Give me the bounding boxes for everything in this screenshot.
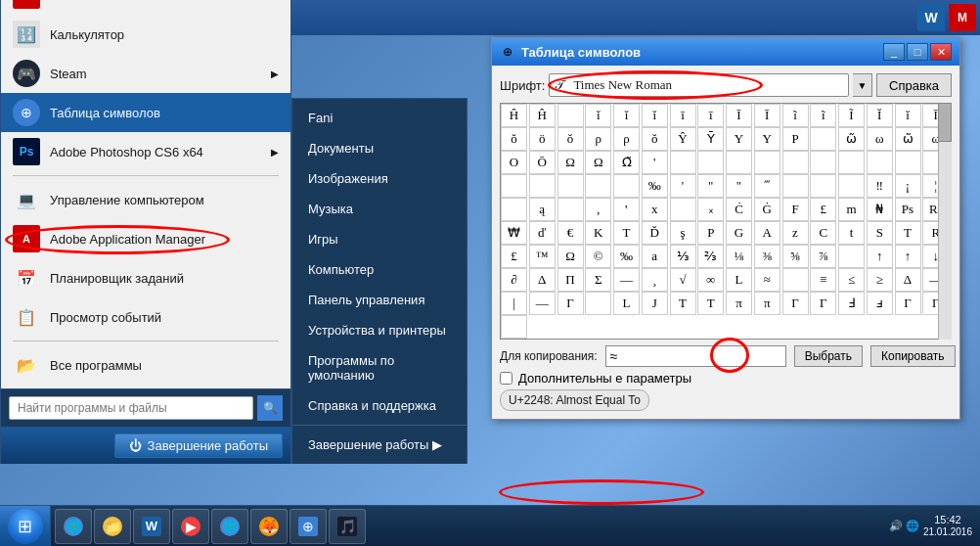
char-cell[interactable] [585,174,611,198]
char-cell[interactable] [529,174,556,198]
char-cell[interactable] [697,151,724,174]
char-cell[interactable] [670,151,696,174]
submenu-control-panel[interactable]: Панель управления [292,285,467,315]
char-cell[interactable]: ₦ [867,198,893,221]
char-cell[interactable]: " [726,174,752,198]
taskbar-media[interactable]: 🎵 [329,509,366,544]
char-cell[interactable] [810,174,836,198]
char-cell[interactable]: z [782,221,809,245]
char-cell[interactable]: t [838,221,865,245]
font-input[interactable] [549,73,849,97]
taskbar-player[interactable]: ▶ [172,509,209,544]
char-cell[interactable]: Y [754,127,780,151]
char-cell[interactable]: P [697,221,724,245]
char-cell[interactable]: ď [529,221,556,245]
char-cell[interactable] [613,174,640,198]
char-cell[interactable]: ĭ [642,104,668,127]
menu-item-calc[interactable]: 🔢 Калькулятор [1,15,290,54]
char-cell[interactable]: ī [670,104,696,127]
char-cell[interactable]: Ĩ [838,104,865,127]
char-cell[interactable]: π [726,292,752,315]
char-cell[interactable]: A [754,221,780,245]
taskbar-word[interactable]: W [133,509,170,544]
char-cell[interactable]: P [782,127,809,151]
char-cell[interactable]: ₩ [501,221,527,245]
char-cell[interactable]: ŏ [642,127,668,151]
char-cell[interactable]: ĭ [613,104,640,127]
char-cell[interactable] [838,174,865,198]
char-cell[interactable]: ą [529,198,556,221]
char-cell[interactable]: Y [726,127,752,151]
taskbar-chrome[interactable]: 🌐 [55,509,92,544]
char-cell[interactable]: ↑ [895,245,921,268]
char-cell[interactable]: Γ [810,292,836,315]
char-cell[interactable]: ĭ [895,104,921,127]
char-cell[interactable]: ™ [529,245,556,268]
char-cell[interactable]: Ġ [754,198,780,221]
char-cell[interactable]: ≤ [838,268,865,292]
char-cell[interactable]: Ĥ [529,104,556,127]
char-cell[interactable]: ¸ [642,268,668,292]
char-cell[interactable]: ω [867,127,893,151]
search-button[interactable]: 🔍 [257,395,283,421]
char-cell[interactable]: Π [557,268,584,292]
menu-item-adobe-am[interactable]: A Adobe Application Manager [1,219,290,258]
char-cell[interactable] [726,151,752,174]
char-cell[interactable]: ī [697,104,724,127]
menu-item-charmap[interactable]: ⊕ Таблица символов [1,93,290,132]
taskbar-firefox[interactable]: 🦊 [250,509,288,544]
char-cell[interactable]: Δ [895,268,921,292]
char-cell[interactable]: m [838,198,865,221]
char-cell[interactable]: C [810,221,836,245]
copy-input[interactable] [605,345,786,367]
char-cell[interactable]: € [557,221,584,245]
top-word-icon[interactable]: W [917,4,945,31]
char-cell[interactable]: ö [529,127,556,151]
char-cell[interactable]: T [697,292,724,315]
char-cell[interactable] [501,174,527,198]
all-programs-item[interactable]: 📂 Все программы [1,345,290,385]
char-cell[interactable] [754,151,780,174]
char-cell[interactable]: Ω [557,245,584,268]
close-button[interactable]: ✕ [930,43,952,61]
char-cell[interactable]: K [585,221,611,245]
menu-item-eventview[interactable]: 📋 Просмотр событий [1,297,290,337]
char-cell[interactable]: Ī [754,104,780,127]
char-cell[interactable]: — [613,268,640,292]
top-marvel-icon[interactable]: M [949,4,976,31]
menu-item-steam[interactable]: 🎮 Steam ▶ [1,54,290,93]
char-cell[interactable]: Ω [585,151,611,174]
char-cell[interactable]: F [782,198,809,221]
minimize-button[interactable]: _ [883,43,905,61]
taskbar-explorer[interactable]: 📁 [94,509,131,544]
char-cell[interactable]: Ps [895,198,921,221]
char-cell[interactable]: Ī [726,104,752,127]
char-cell[interactable]: ≥ [867,268,893,292]
help-button[interactable]: Справка [876,73,952,97]
font-dropdown-arrow[interactable]: ▼ [853,73,872,97]
char-cell[interactable]: Ĥ [501,104,527,127]
char-cell[interactable]: ⅓ [670,245,696,268]
menu-item-flash[interactable]: F Adobe Flash Professional CC 2015 [1,0,290,15]
start-button[interactable]: ⊞ [0,506,51,547]
char-cell[interactable]: Ċ [726,198,752,221]
char-cell[interactable]: ŏ [557,127,584,151]
char-cell[interactable]: Σ [585,268,611,292]
char-cell[interactable]: ĭ [585,104,611,127]
char-cell[interactable]: x [642,198,668,221]
submenu-images[interactable]: Изображения [292,163,467,194]
char-cell[interactable]: ‴ [754,174,780,198]
char-cell[interactable]: ₓ [697,198,724,221]
char-cell[interactable]: S [867,221,893,245]
char-cell[interactable]: £ [810,198,836,221]
char-cell[interactable]: ρ [613,127,640,151]
submenu-defaults[interactable]: Программы по умолчанию [292,345,467,390]
char-cell[interactable] [810,127,836,151]
scrollbar-track[interactable] [938,103,952,340]
char-cell[interactable]: T [670,292,696,315]
char-cell[interactable] [557,198,584,221]
char-cell[interactable]: ¡ [895,174,921,198]
menu-item-tasksched[interactable]: 📅 Планировщик заданий [1,258,290,297]
char-cell[interactable]: ⅎ [867,292,893,315]
submenu-help[interactable]: Справка и поддержка [292,390,467,421]
